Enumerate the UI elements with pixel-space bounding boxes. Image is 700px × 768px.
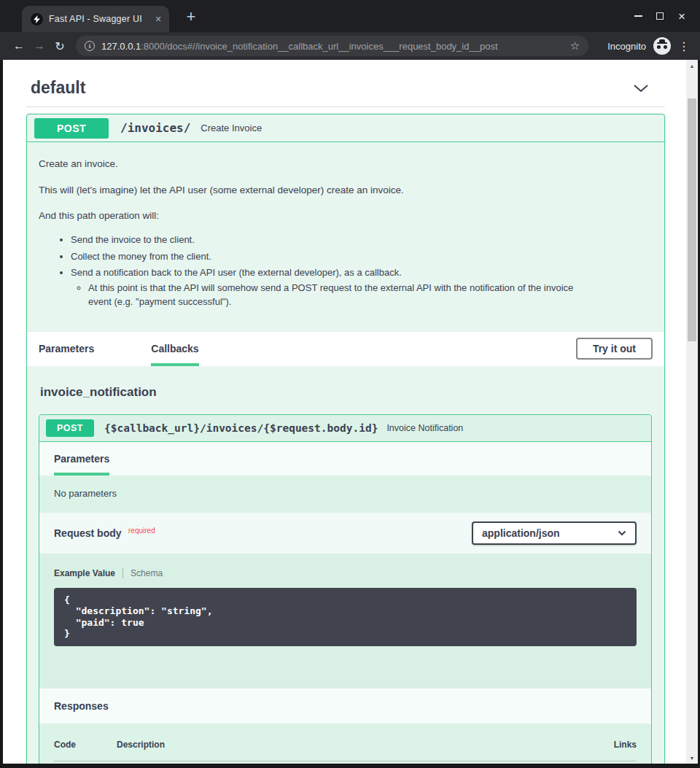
callback-name: invoice_notification [39,366,652,414]
request-body-label-wrap: Request body required [54,527,155,540]
list-item: Send the invoice to the client. [71,233,653,247]
chevron-down-icon[interactable] [633,84,649,93]
description-paragraph: And this path operation will: [39,209,653,223]
forward-icon[interactable]: → [29,39,50,53]
table-row: 200 Successful Response No links [54,761,637,764]
column-description: Description [117,740,542,750]
callbacks-section: invoice_notification POST {$callback_url… [27,366,664,764]
minimize-button[interactable] [627,5,649,27]
bookmark-star-icon[interactable]: ☆ [570,39,580,53]
section-header-default[interactable]: default [26,60,665,106]
callback-summary-label: Invoice Notification [386,423,463,433]
fastapi-favicon-icon [31,13,43,26]
method-badge: POST [34,118,109,139]
required-badge: required [128,527,155,535]
description-list: Send the invoice to the client. Collect … [71,233,653,309]
tab-parameters[interactable]: Parameters [39,332,94,366]
close-window-button[interactable]: × [671,5,693,27]
callback-opblock: POST {$callback_url}/invoices/{$request.… [39,414,652,764]
back-icon[interactable]: ← [9,39,29,53]
window-controls: × [627,0,693,32]
reload-icon[interactable]: ↻ [50,39,70,53]
tab-close-icon[interactable]: × [152,12,165,26]
tab-parameters[interactable]: Parameters [54,442,109,476]
method-badge: POST [46,419,94,437]
scrollbar-thumb[interactable] [688,98,696,341]
operation-path: /invoices/ [120,121,190,135]
tab-title: Fast API - Swagger UI [49,14,146,24]
minimize-icon [634,15,642,17]
swagger-page: default POST /invoices/ Create Invoice C… [3,60,686,764]
incognito-label: Incognito [607,41,646,52]
page-scrollbar[interactable]: ▲ ▼ [686,60,698,764]
tab-callbacks[interactable]: Callbacks [151,332,198,366]
operation-description: Create an invoice. This will (let's imag… [27,142,664,331]
description-paragraph: Create an invoice. [39,157,653,171]
incognito-icon [653,37,671,55]
browser-toolbar: ← → ↻ i 127.0.0.1:8000/docs#//invoice_no… [0,32,700,60]
new-tab-button[interactable]: + [181,7,201,28]
scroll-down-icon[interactable]: ▼ [686,752,698,764]
section-title: default [31,78,85,98]
example-section: Example Value Schema { "description": "s… [39,554,651,689]
tab-example-value[interactable]: Example Value [54,568,115,578]
url-host: 127.0.0.1 [101,41,141,52]
address-bar[interactable]: i 127.0.0.1:8000/docs#//invoice_notifica… [76,36,588,56]
opblock-summary[interactable]: POST /invoices/ Create Invoice [27,115,664,142]
maximize-button[interactable] [649,5,671,27]
responses-heading: Responses [39,689,651,724]
example-json-code: { "description": "string", "paid": true … [54,588,637,646]
site-info-icon[interactable]: i [85,41,95,51]
responses-table-header: Code Description Links [54,740,637,761]
tab-schema[interactable]: Schema [131,568,163,578]
callback-tab-bar: Parameters [39,442,651,476]
maximize-icon [656,12,664,20]
description-sublist: At this point is that the API will someh… [88,282,653,309]
description-paragraph: This will (let's imagine) let the API us… [39,183,653,198]
page-area: default POST /invoices/ Create Invoice C… [3,60,698,764]
operation-tab-bar: Parameters Callbacks Try it out [27,331,664,366]
opblock-post-invoices: POST /invoices/ Create Invoice Create an… [26,114,665,764]
close-icon: × [678,10,685,23]
tab-separator [122,568,123,578]
url-path: :8000/docs#//invoice_notification__callb… [141,41,497,52]
content-type-value: application/json [482,527,560,539]
column-code: Code [54,740,117,750]
tab-strip: Fast API - Swagger UI × + × [0,0,700,32]
operation-summary: Create Invoice [201,123,262,133]
browser-window: Fast API - Swagger UI × + × ← → ↻ i 127.… [0,0,700,768]
request-body-label: Request body [54,527,122,539]
responses-table: Code Description Links 200 Successful Re… [39,724,651,764]
content-type-select[interactable]: application/json [472,521,637,545]
request-body-row: Request body required application/json [39,513,651,554]
callback-path: {$callback_url}/invoices/{$request.body.… [104,422,378,434]
chevron-down-icon [618,530,626,536]
browser-menu-icon[interactable]: ⋮ [678,39,690,53]
browser-tab[interactable]: Fast API - Swagger UI × [22,6,169,32]
section-divider [26,106,665,107]
callback-summary[interactable]: POST {$callback_url}/invoices/{$request.… [39,415,651,442]
url-text: 127.0.0.1:8000/docs#//invoice_notificati… [101,41,498,52]
no-parameters-text: No parameters [39,476,651,513]
scroll-up-icon[interactable]: ▲ [686,60,698,71]
list-item: Send a notification back to the API user… [71,266,653,309]
example-tab-bar: Example Value Schema [54,568,637,578]
list-item: At this point is that the API will someh… [88,282,599,309]
list-item: Collect the money from the client. [71,250,653,264]
try-it-out-button[interactable]: Try it out [576,338,653,360]
column-links: Links [542,740,637,750]
